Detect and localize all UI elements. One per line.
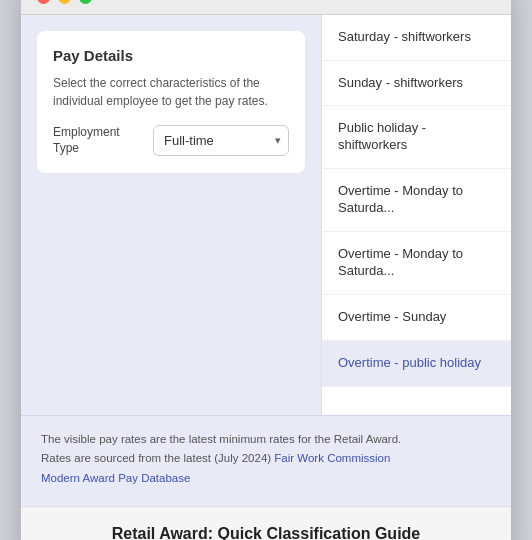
list-item[interactable]: Overtime - Sunday [322, 295, 511, 341]
minimize-button[interactable] [58, 0, 71, 4]
bottom-bar-title: Retail Award: Quick Classification Guide [41, 525, 491, 540]
close-button[interactable] [37, 0, 50, 4]
pay-details-title: Pay Details [53, 47, 289, 64]
bottom-bar: Retail Award: Quick Classification Guide [21, 506, 511, 540]
left-panel: Pay Details Select the correct character… [21, 15, 321, 415]
employment-type-select-wrapper: Full-time Part-time Casual ▾ [153, 125, 289, 156]
list-item[interactable]: Sunday - shiftworkers [322, 61, 511, 107]
pay-details-card: Pay Details Select the correct character… [37, 31, 305, 174]
app-window: Pay Details Select the correct character… [21, 0, 511, 540]
list-item-active[interactable]: Overtime - public holiday [322, 341, 511, 387]
right-panel: Saturday - shiftworkers Sunday - shiftwo… [321, 15, 511, 415]
fair-work-commission-link[interactable]: Fair Work Commission [274, 452, 390, 464]
titlebar [21, 0, 511, 15]
maximize-button[interactable] [79, 0, 92, 4]
modern-award-db-link[interactable]: Modern Award Pay Database [41, 472, 190, 484]
employment-type-select[interactable]: Full-time Part-time Casual [153, 125, 289, 156]
bottom-section: The visible pay rates are the latest min… [21, 415, 511, 507]
list-item[interactable]: Overtime - Monday to Saturda... [322, 169, 511, 232]
window-body: Pay Details Select the correct character… [21, 15, 511, 415]
footer-line2-prefix: Rates are sourced from the latest (July … [41, 452, 271, 464]
employment-type-field: Employment Type Full-time Part-time Casu… [53, 124, 289, 158]
employment-type-label: Employment Type [53, 124, 143, 158]
footer-line1: The visible pay rates are the latest min… [41, 433, 401, 445]
footer-text: The visible pay rates are the latest min… [41, 430, 491, 489]
pay-details-description: Select the correct characteristics of th… [53, 74, 289, 110]
list-item[interactable]: Saturday - shiftworkers [322, 15, 511, 61]
list-item[interactable]: Public holiday - shiftworkers [322, 106, 511, 169]
list-item[interactable]: Overtime - Monday to Saturda... [322, 232, 511, 295]
